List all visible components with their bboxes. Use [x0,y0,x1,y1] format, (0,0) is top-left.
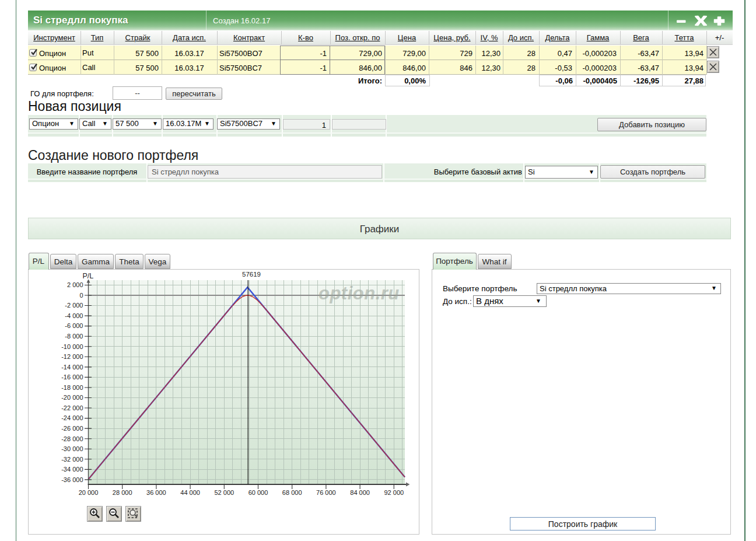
svg-text:44 000: 44 000 [180,489,200,496]
svg-text:-30 000: -30 000 [61,445,83,452]
svg-text:-24 000: -24 000 [61,414,83,421]
svg-text:P/L: P/L [83,272,94,280]
svg-text:option.ru: option.ru [318,283,400,303]
svg-text:28 000: 28 000 [113,489,132,496]
svg-text:2 000: 2 000 [67,281,83,288]
svg-text:84 000: 84 000 [350,489,370,496]
svg-text:-36 000: -36 000 [61,476,83,483]
svg-text:-34 000: -34 000 [61,466,83,473]
svg-text:36 000: 36 000 [146,489,166,496]
svg-text:-14 000: -14 000 [61,364,83,371]
svg-text:76 000: 76 000 [316,489,336,496]
svg-text:-4 000: -4 000 [65,312,83,319]
svg-text:-16 000: -16 000 [61,374,83,381]
svg-text:57619: 57619 [242,271,261,278]
svg-text:52 000: 52 000 [214,489,234,496]
svg-text:-32 000: -32 000 [61,456,83,463]
svg-text:-10 000: -10 000 [61,343,83,350]
svg-text:-8 000: -8 000 [65,333,83,340]
svg-text:60 000: 60 000 [249,489,268,496]
svg-text:0: 0 [79,292,83,299]
svg-text:20 000: 20 000 [79,489,99,496]
svg-text:-12 000: -12 000 [61,353,83,360]
svg-text:-18 000: -18 000 [61,384,83,391]
svg-text:-6 000: -6 000 [65,322,83,329]
svg-text:-22 000: -22 000 [61,404,83,411]
svg-text:-20 000: -20 000 [61,394,83,401]
svg-text:-26 000: -26 000 [61,425,83,432]
svg-text:-2 000: -2 000 [65,302,83,309]
svg-text:68 000: 68 000 [282,489,302,496]
svg-text:92 000: 92 000 [384,489,404,496]
svg-text:-28 000: -28 000 [61,435,83,442]
